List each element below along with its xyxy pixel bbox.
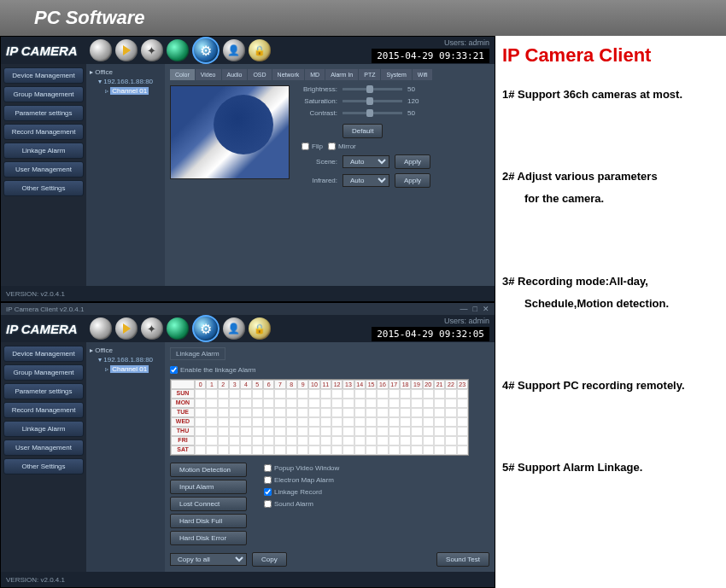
tab-wifi[interactable]: Wifi (413, 69, 433, 80)
tree-root[interactable]: ▸ Office (90, 67, 161, 77)
saturation-value: 120 (407, 97, 424, 105)
datetime-2: 2015-04-29 09:32:05 (372, 327, 489, 341)
user-icon[interactable] (223, 317, 245, 340)
sidebar-item-linkage[interactable]: Linkage Alarm (3, 143, 84, 159)
window-titlebar: IP Camera Client v2.0.4.1 — □ ✕ (1, 303, 495, 315)
close-icon[interactable]: ✕ (483, 305, 489, 313)
flip-checkbox[interactable]: Flip (302, 143, 323, 150)
sidebar-item-user[interactable]: User Management (3, 161, 84, 178)
camera-icon[interactable] (90, 39, 112, 61)
sidebar-item-other[interactable]: Other Settings (3, 180, 84, 196)
tab-alarm[interactable]: Alarm In (325, 69, 358, 80)
lock-icon[interactable] (249, 39, 271, 61)
sidebar-item-device[interactable]: Device Management (3, 346, 84, 362)
feature-5: 5# Support Alarm Linkage. (502, 460, 719, 475)
content-panel: Color Video Audio OSD Network MD Alarm I… (165, 64, 495, 286)
app-header: IP CAMERA Users: admin 2015-04-29 09:33:… (1, 37, 495, 64)
brightness-label: Brightness: (302, 85, 337, 93)
contrast-label: Contrast: (302, 109, 337, 117)
tree-ip[interactable]: ▾ 192.168.1.88:80 (90, 355, 161, 364)
linkage-content: Linkage Alarm Enable the linkage Alarm 0… (165, 342, 495, 572)
infrared-select[interactable]: Auto (343, 174, 389, 187)
globe-icon[interactable] (167, 317, 189, 340)
sidebar-item-parameter[interactable]: Parameter settings (3, 105, 84, 121)
tab-network[interactable]: Network (272, 69, 305, 80)
tab-color[interactable]: Color (170, 69, 195, 80)
infrared-label: Infrared: (302, 177, 337, 184)
ptz-icon[interactable] (141, 317, 163, 340)
sidebar-item-group[interactable]: Group Management (3, 86, 84, 102)
tree-root[interactable]: ▸ Office (90, 346, 161, 355)
sidebar-item-group[interactable]: Group Management (3, 364, 84, 381)
feature-1: 1# Support 36ch cameras at most. (502, 87, 719, 102)
user-icon[interactable] (223, 39, 245, 61)
sidebar-item-parameter[interactable]: Parameter settings (3, 383, 84, 399)
sidebar-item-linkage[interactable]: Linkage Alarm (3, 421, 84, 437)
right-info-column: IP Camera Client 1# Support 36ch cameras… (495, 36, 726, 588)
play-icon[interactable] (115, 39, 138, 61)
motion-detection-button[interactable]: Motion Detection (170, 463, 247, 477)
version-label: VERSION: v2.0.4.1 (6, 290, 65, 298)
copy-button[interactable]: Copy (252, 552, 287, 567)
sidebar-item-record[interactable]: Record Management (3, 124, 84, 140)
version-label-2: VERSION: v2.0.4.1 (6, 576, 65, 584)
window-controls: — □ ✕ (460, 305, 489, 313)
gear-icon[interactable] (192, 37, 220, 64)
sidebar-item-user[interactable]: User Management (3, 440, 84, 456)
camera-preview (170, 85, 290, 179)
tab-md[interactable]: MD (305, 69, 325, 80)
schedule-grid[interactable]: 01234567891011121314151617181920212223 S… (170, 379, 469, 456)
tab-osd[interactable]: OSD (248, 69, 271, 80)
tab-audio[interactable]: Audio (222, 69, 248, 80)
tab-video[interactable]: Video (196, 69, 221, 80)
default-button[interactable]: Default (343, 124, 383, 138)
sidebar-item-device[interactable]: Device Management (3, 67, 84, 84)
saturation-slider[interactable] (343, 100, 402, 102)
sidebar-item-record[interactable]: Record Management (3, 402, 84, 418)
contrast-slider[interactable] (343, 112, 402, 114)
lock-icon[interactable] (249, 317, 271, 340)
hard-disk-error-button[interactable]: Hard Disk Error (170, 531, 247, 545)
globe-icon[interactable] (167, 39, 189, 61)
input-alarm-button[interactable]: Input Alarm (170, 480, 247, 494)
app-footer-2: VERSION: v2.0.4.1 (1, 572, 495, 587)
minimize-icon[interactable]: — (460, 305, 468, 313)
tree-channel[interactable]: ▹ Channel 01 (90, 364, 161, 374)
linkage-record-checkbox[interactable]: Linkage Record (264, 488, 339, 496)
play-icon[interactable] (115, 317, 138, 340)
ptz-icon[interactable] (141, 39, 163, 61)
lost-connect-button[interactable]: Lost Connect (170, 497, 247, 511)
settings-tabs: Color Video Audio OSD Network MD Alarm I… (170, 69, 489, 80)
brightness-slider[interactable] (343, 88, 402, 90)
tree-channel[interactable]: ▹ Channel 01 (90, 86, 161, 96)
app-logo: IP CAMERA (6, 44, 86, 58)
maximize-icon[interactable]: □ (473, 305, 477, 313)
feature-2-sub: for the camera. (524, 191, 719, 207)
right-title: IP Camera Client (502, 44, 719, 67)
app-header-2: IP CAMERA Users: admin 2015-04-29 09:32:… (1, 315, 495, 342)
enable-linkage-checkbox[interactable]: Enable the linkage Alarm (170, 366, 489, 374)
copy-to-select[interactable]: Copy to all (170, 553, 247, 566)
scene-select[interactable]: Auto (343, 155, 389, 168)
tree-ip[interactable]: ▾ 192.168.1.88:80 (90, 77, 161, 86)
sidebar-item-other[interactable]: Other Settings (3, 458, 84, 474)
feature-4: 4# Support PC recording remotely. (502, 378, 719, 393)
sidebar: Device Management Group Management Param… (1, 64, 86, 286)
apply-infrared-button[interactable]: Apply (395, 173, 430, 188)
tab-system[interactable]: System (381, 69, 411, 80)
brightness-value: 50 (407, 85, 424, 93)
window-title: IP Camera Client v2.0.4.1 (6, 306, 84, 313)
apply-scene-button[interactable]: Apply (395, 154, 430, 169)
saturation-label: Saturation: (302, 97, 337, 105)
gear-icon[interactable] (192, 315, 220, 342)
sound-alarm-checkbox[interactable]: Sound Alarm (264, 500, 339, 508)
hard-disk-full-button[interactable]: Hard Disk Full (170, 514, 247, 528)
mirror-checkbox[interactable]: Mirror (328, 143, 356, 150)
electron-map-checkbox[interactable]: Electron Map Alarm (264, 476, 339, 484)
datetime: 2015-04-29 09:33:21 (372, 49, 489, 63)
contrast-value: 50 (407, 109, 424, 117)
camera-icon[interactable] (90, 317, 112, 340)
tab-ptz[interactable]: PTZ (359, 69, 380, 80)
sound-test-button[interactable]: Sound Test (436, 552, 489, 567)
popup-video-checkbox[interactable]: Popup Video Window (264, 464, 339, 472)
